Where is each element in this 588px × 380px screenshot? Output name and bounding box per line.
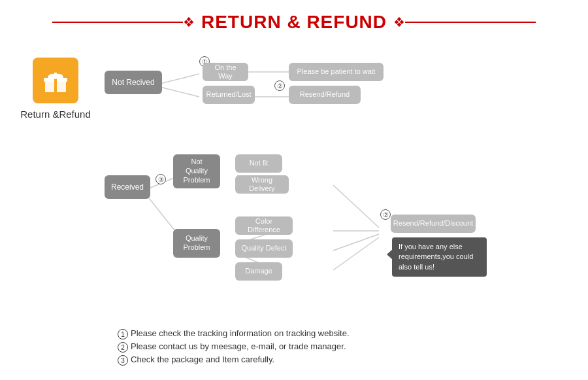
not-quality-node: Not Quality Problem	[173, 154, 220, 188]
note-2-circle: 2	[118, 342, 128, 353]
damage-node: Damage	[235, 262, 282, 281]
resend-refund-discount-node: Resend/Refund/Discount	[391, 215, 476, 233]
title-line-left	[52, 22, 183, 23]
tooltip-text: If you have any else requirements,you co…	[392, 237, 487, 277]
notes-section: 1 Please check the tracking information …	[13, 328, 575, 366]
svg-line-18	[333, 185, 379, 228]
left-panel: Return &Refund	[13, 44, 98, 326]
received-node: Received	[105, 175, 150, 199]
note-3: 3 Check the package and Item carefully.	[118, 354, 575, 366]
tooltip-arrow	[387, 249, 393, 260]
svg-line-20	[333, 234, 379, 250]
tooltip-container: If you have any else requirements,you co…	[392, 237, 487, 277]
returned-lost-node: Returned/Lost	[203, 86, 255, 104]
note-1-circle: 1	[118, 329, 128, 339]
not-fit-node: Not fit	[235, 154, 282, 173]
note-2-text: Please contact us by meesage, e-mail, or…	[131, 341, 346, 351]
circle-2-bottom: ②	[380, 209, 391, 220]
title-deco-right: ❖	[393, 14, 405, 30]
title-row: ❖ RETURN & REFUND ❖	[13, 12, 575, 33]
page-container: ❖ RETURN & REFUND ❖ Re	[0, 0, 588, 380]
color-diff-node: Color Difference	[235, 216, 293, 235]
svg-line-7	[160, 74, 199, 84]
icon-label: Return &Refund	[20, 109, 91, 120]
quality-problem-node: Quality Problem	[173, 229, 220, 258]
flowchart: Not Recived ① On the Way Please be patie…	[98, 44, 575, 326]
not-received-node: Not Recived	[105, 71, 162, 94]
note-3-text: Check the package and Item carefully.	[131, 354, 274, 364]
svg-rect-6	[54, 73, 57, 78]
resend-refund-top-node: Resend/Refund	[289, 86, 361, 104]
note-3-circle: 3	[118, 355, 128, 366]
on-the-way-node: On the Way	[203, 63, 248, 81]
svg-line-21	[333, 237, 379, 270]
svg-line-8	[160, 87, 199, 97]
main-content: Return &Refund	[13, 44, 575, 326]
note-1-text: Please check the tracking information on…	[131, 328, 350, 338]
circle-2-top: ②	[274, 80, 285, 91]
title-deco-left: ❖	[183, 14, 195, 30]
quality-defect-node: Quality Defect	[235, 239, 293, 258]
note-2: 2 Please contact us by meesage, e-mail, …	[118, 341, 575, 353]
gift-icon-box	[33, 58, 78, 103]
gift-icon	[40, 65, 71, 96]
wrong-delivery-node: Wrong Delivery	[235, 175, 289, 194]
please-wait-node: Please be patient to wait	[289, 63, 384, 81]
page-title: RETURN & REFUND	[195, 12, 393, 33]
svg-rect-2	[54, 78, 57, 92]
circle-3: ③	[155, 174, 166, 184]
title-line-right	[405, 22, 536, 23]
note-1: 1 Please check the tracking information …	[118, 328, 575, 339]
